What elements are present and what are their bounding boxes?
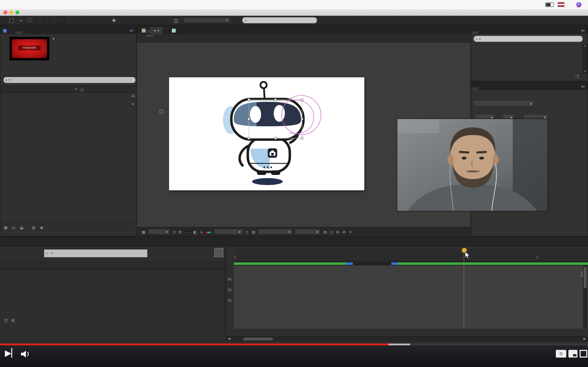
collapse-icon[interactable]: ◀ xyxy=(40,225,42,230)
subtitles-button[interactable]: ☰ xyxy=(556,350,566,358)
fullscreen-button[interactable] xyxy=(580,350,587,358)
curve-select-button[interactable]: ▼ xyxy=(226,287,233,292)
new-animation-preset-icon[interactable]: ❐ xyxy=(575,75,579,79)
project-panel-footer: ▦ 🗀 ⬓ ▥ ◀ xyxy=(0,224,137,231)
webcam-overlay xyxy=(397,119,548,211)
workspace-icon: ◫ xyxy=(173,18,179,23)
tab-composition[interactable]: ▼ × xyxy=(149,27,163,34)
menu-bar-status xyxy=(538,0,585,9)
graph-editor[interactable] xyxy=(234,266,588,329)
view-layout-dropdown[interactable]: ▼ xyxy=(295,230,320,234)
siri-icon[interactable] xyxy=(576,2,581,7)
tab-effect-controls[interactable] xyxy=(8,31,15,34)
flowchart-icon[interactable]: ⁂ xyxy=(131,94,135,98)
transparency-grid-icon[interactable]: ▨ xyxy=(252,230,255,234)
timeline-ruler[interactable]: ❲ ❳ xyxy=(234,249,588,262)
sort-arrow-icon[interactable]: ▲ xyxy=(75,87,77,90)
search-help-box[interactable]: ⌕ xyxy=(242,17,317,23)
keyboard-layout-flag-icon[interactable] xyxy=(558,2,565,7)
show-snapshot-icon[interactable]: ♟ xyxy=(200,230,203,234)
footage-thumbnail: FINISHER xyxy=(9,37,49,61)
project-search-box[interactable]: ⌕▾ xyxy=(3,77,136,83)
timeline-divider[interactable] xyxy=(225,246,226,336)
add-shape-icon[interactable]: ✚ xyxy=(111,18,117,23)
breadcrumb[interactable] xyxy=(147,35,153,36)
lock-icon[interactable]: ⚿ xyxy=(147,28,149,34)
scroll-right-icon[interactable]: ▶ xyxy=(583,337,586,340)
effects-panel-tabs: ▾≡ xyxy=(471,26,588,34)
work-area-end-bracket[interactable]: ❳ xyxy=(536,255,538,259)
show-channel-icon[interactable] xyxy=(206,230,211,234)
region-of-interest-icon[interactable]: ⊏ xyxy=(246,230,249,234)
timeline-h-scrollbar[interactable]: ◀ ▶ xyxy=(226,336,588,341)
reset-exposure-icon[interactable]: ✦ xyxy=(349,230,352,234)
grid-options-icon[interactable]: ▦ xyxy=(142,230,145,234)
scroll-left-icon[interactable]: ◀ xyxy=(228,337,230,340)
ram-preview-options-dropdown[interactable]: ▼ xyxy=(474,101,534,107)
play-next-button[interactable]: ▶▏ xyxy=(5,348,18,358)
work-area-start-bracket[interactable]: ❲ xyxy=(234,255,237,259)
graph-editor-button[interactable] xyxy=(214,248,223,257)
effects-presets-panel: ▾≡ ⌕▾ ▲ ▼ ❐ xyxy=(471,25,588,81)
tab-preview[interactable] xyxy=(471,87,479,90)
interpret-footage-icon[interactable]: ▦ xyxy=(4,225,7,230)
comp-canvas[interactable] xyxy=(169,77,364,190)
project-panel: ▾≡ FINISHER ▼ ⌕▾ ▲ ❏ ⁂ ▲ ▦ 🗀 ⬓ ▥ ◀ xyxy=(0,25,136,237)
new-folder-icon[interactable]: 🗀 xyxy=(12,226,15,230)
thumbnail-title-text: FINISHER xyxy=(18,45,41,50)
tab-project[interactable] xyxy=(15,31,23,34)
preview-panel-menu-icon[interactable]: ▾≡ xyxy=(578,83,588,90)
viewer-bottom-bar: ▦ ▼ ⊡ ⧉ ◧ ♟ ▼ ⊏ ▨ ▼ ▼ ▤ ◫ ⊞ ⁂ ✦ xyxy=(137,227,470,237)
stroke-color-swatch[interactable] xyxy=(58,18,65,23)
viewer-breadcrumb-bar xyxy=(137,34,470,43)
workspace-dropdown[interactable]: ▼ xyxy=(183,18,230,23)
snap-angle-icon[interactable]: ⌁ xyxy=(19,18,23,23)
choose-grid-icon[interactable]: ⊡ xyxy=(173,230,176,234)
timeline-v-scrollbar[interactable] xyxy=(583,266,587,329)
resolution-dropdown[interactable]: ▼ xyxy=(214,230,243,234)
fill-color-swatch[interactable] xyxy=(43,18,51,23)
project-item-list xyxy=(0,92,137,138)
timeline-search-box[interactable]: ⌕ ▾ xyxy=(44,249,148,257)
pixel-aspect-icon[interactable]: ▤ xyxy=(323,230,327,234)
volume-icon[interactable] xyxy=(20,350,31,358)
macos-dock xyxy=(0,345,588,367)
magnification-dropdown[interactable]: ▼ xyxy=(148,230,170,234)
tab-footage[interactable] xyxy=(177,31,184,34)
zoom-window-button[interactable] xyxy=(15,10,19,14)
project-panel-menu-icon[interactable]: ▾≡ xyxy=(127,27,136,34)
close-tab-icon[interactable]: × xyxy=(157,28,159,33)
camera-dropdown[interactable]: ▼ xyxy=(258,230,292,234)
scrollbar-thumb[interactable] xyxy=(243,338,273,340)
minimize-window-button[interactable] xyxy=(9,10,13,14)
tab-effects-presets[interactable] xyxy=(471,31,479,34)
timeline-panel: ⌕ ▾ ▾≡ ⊡ ⊞ ▼ ▼ ▼ ❲ ❳ xyxy=(0,237,588,344)
current-time-field[interactable] xyxy=(184,231,190,233)
snapping-checkbox[interactable] xyxy=(9,19,14,23)
flowchart-button-icon[interactable]: ⁂ xyxy=(342,230,346,234)
effects-panel-menu-icon[interactable]: ▾≡ xyxy=(578,27,588,34)
work-area-bar[interactable] xyxy=(234,262,588,265)
effects-scrollbar[interactable]: ▲ ▼ xyxy=(582,44,588,74)
project-columns-header: ▲ ❏ xyxy=(0,86,137,93)
label-column-icon[interactable]: ❏ xyxy=(80,87,84,92)
fast-previews-icon[interactable]: ◫ xyxy=(330,230,333,234)
playhead-line[interactable] xyxy=(464,249,464,330)
expand-columns-icon[interactable]: ⊞ xyxy=(11,318,15,323)
new-comp-icon[interactable]: ⬓ xyxy=(20,225,23,230)
close-window-button[interactable] xyxy=(4,10,7,14)
snapshot-icon[interactable]: ◧ xyxy=(193,230,197,234)
miniplayer-button[interactable] xyxy=(568,350,578,358)
mask-visibility-icon[interactable]: ⧉ xyxy=(179,230,182,234)
zoom-region-icon[interactable]: ⛶ xyxy=(27,17,32,23)
scroll-up-icon[interactable]: ▲ xyxy=(131,102,134,105)
expand-layers-icon[interactable]: ⊡ xyxy=(4,318,8,323)
timeline-button-icon[interactable]: ⊞ xyxy=(336,230,339,234)
effects-search-box[interactable]: ⌕▾ xyxy=(474,36,583,42)
trash-icon[interactable]: ▥ xyxy=(32,225,35,230)
curve-select-button[interactable]: ▼ xyxy=(226,298,233,303)
layer-list xyxy=(0,269,225,318)
screen: { "menu_bar": { "app": "After Effects", … xyxy=(0,0,588,367)
snapping-toggle[interactable] xyxy=(9,18,15,22)
curve-select-button[interactable]: ▼ xyxy=(226,277,233,282)
